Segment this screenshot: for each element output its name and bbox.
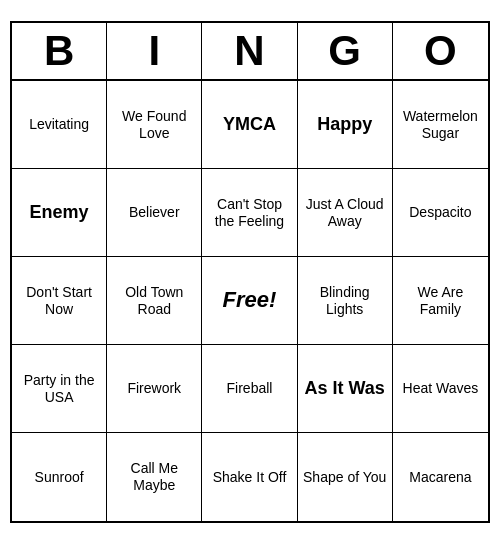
cell-r1-c0: Enemy: [12, 169, 107, 257]
cell-r0-c1: We Found Love: [107, 81, 202, 169]
cell-r1-c1: Believer: [107, 169, 202, 257]
header-letter: O: [393, 23, 488, 79]
cell-r4-c4: Macarena: [393, 433, 488, 521]
cell-r0-c2: YMCA: [202, 81, 297, 169]
cell-r4-c0: Sunroof: [12, 433, 107, 521]
cell-r2-c1: Old Town Road: [107, 257, 202, 345]
cell-r2-c4: We Are Family: [393, 257, 488, 345]
cell-r0-c3: Happy: [298, 81, 393, 169]
header-letter: N: [202, 23, 297, 79]
cell-r3-c1: Firework: [107, 345, 202, 433]
cell-r0-c4: Watermelon Sugar: [393, 81, 488, 169]
cell-r2-c3: Blinding Lights: [298, 257, 393, 345]
bingo-card: BINGO LevitatingWe Found LoveYMCAHappyWa…: [10, 21, 490, 523]
cell-r4-c3: Shape of You: [298, 433, 393, 521]
cell-r2-c0: Don't Start Now: [12, 257, 107, 345]
cell-r1-c2: Can't Stop the Feeling: [202, 169, 297, 257]
bingo-header: BINGO: [12, 23, 488, 81]
header-letter: G: [298, 23, 393, 79]
cell-r1-c3: Just A Cloud Away: [298, 169, 393, 257]
cell-r3-c2: Fireball: [202, 345, 297, 433]
header-letter: I: [107, 23, 202, 79]
cell-r3-c3: As It Was: [298, 345, 393, 433]
cell-r0-c0: Levitating: [12, 81, 107, 169]
cell-r4-c2: Shake It Off: [202, 433, 297, 521]
cell-r3-c0: Party in the USA: [12, 345, 107, 433]
cell-r1-c4: Despacito: [393, 169, 488, 257]
header-letter: B: [12, 23, 107, 79]
bingo-grid: LevitatingWe Found LoveYMCAHappyWatermel…: [12, 81, 488, 521]
cell-r4-c1: Call Me Maybe: [107, 433, 202, 521]
cell-r3-c4: Heat Waves: [393, 345, 488, 433]
cell-r2-c2: Free!: [202, 257, 297, 345]
